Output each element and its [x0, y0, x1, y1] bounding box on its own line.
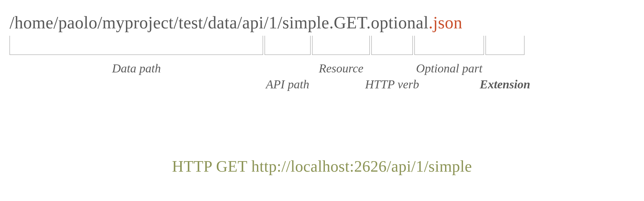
segment-extension: json: [433, 13, 462, 32]
segment-resource: simple: [282, 13, 329, 32]
label-data-path: Data path: [112, 61, 161, 75]
label-resource: Resource: [319, 61, 363, 75]
label-http-verb: HTTP verb: [365, 77, 419, 91]
segment-verb-sep: .: [329, 13, 334, 32]
bracket-http-verb: [371, 36, 413, 55]
http-request-line: HTTP GET http://localhost:2626/api/1/sim…: [10, 157, 634, 175]
segment-api-path: /api/1: [237, 13, 277, 32]
segment-http-verb: GET: [334, 13, 366, 32]
label-api-path: API path: [266, 77, 309, 91]
path-breakdown: /home/paolo/myproject/test/data/api/1/si…: [10, 13, 634, 93]
segment-resource-sep: /: [277, 13, 282, 32]
segment-data-path: /home/paolo/myproject/test/data: [10, 13, 237, 32]
bracket-extension: [486, 36, 524, 55]
segment-optional: optional: [371, 13, 428, 32]
file-path: /home/paolo/myproject/test/data/api/1/si…: [10, 13, 634, 33]
segment-ext-sep: .: [428, 13, 433, 32]
bracket-resource: [312, 36, 370, 55]
label-extension: Extension: [480, 77, 530, 91]
bracket-optional: [414, 36, 484, 55]
bracket-api-path: [265, 36, 311, 55]
labels-row: Data path API path Resource HTTP verb Op…: [10, 55, 634, 93]
label-optional: Optional part: [416, 61, 482, 75]
bracket-row: [10, 36, 634, 55]
bracket-data-path: [10, 36, 263, 55]
segment-optional-sep: .: [366, 13, 371, 32]
